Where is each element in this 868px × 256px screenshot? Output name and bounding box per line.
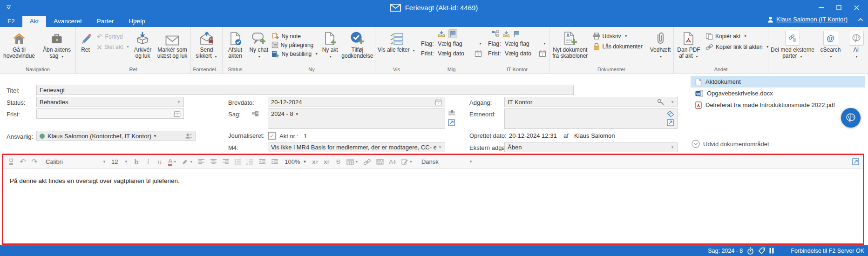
- finish-record-button[interactable]: Afslut akten: [223, 29, 248, 59]
- unit-org-icon[interactable]: [492, 30, 499, 37]
- ekstern-adgang-select[interactable]: Åben ▼: [504, 142, 678, 152]
- dropdown-arrow-icon[interactable]: ▼: [479, 41, 482, 46]
- people-icon[interactable]: [185, 133, 193, 139]
- decrease-indent-icon[interactable]: [258, 159, 266, 165]
- stopwatch-icon[interactable]: [747, 247, 754, 255]
- font-color-icon[interactable]: A▼: [168, 158, 176, 166]
- new-annotation-button[interactable]: Ny påtegning: [271, 41, 319, 48]
- journaliseret-checkbox[interactable]: ✓: [268, 132, 276, 140]
- calendar-icon[interactable]: 7: [435, 99, 442, 106]
- titel-field[interactable]: Ferievagt: [36, 85, 574, 95]
- editor-content[interactable]: På denne akt findes en oversigt over vag…: [3, 169, 863, 193]
- expand-editor-icon[interactable]: [852, 158, 859, 165]
- document-row-opgavebeskrivelse[interactable]: W Opgavebeskrivelse.docx: [691, 88, 865, 99]
- strikethrough-icon[interactable]: S: [335, 158, 341, 165]
- insert-table-icon[interactable]: ▼: [346, 159, 358, 165]
- ai-button[interactable]: AI▼: [845, 29, 868, 59]
- unit-deadline-select[interactable]: Vælg dato: [505, 50, 539, 57]
- tag-icon[interactable]: [758, 247, 765, 254]
- subscript-icon[interactable]: x2: [323, 158, 330, 165]
- calendar-icon[interactable]: 7: [475, 50, 482, 57]
- lock-documents-button[interactable]: Lås dokumenter: [593, 43, 645, 50]
- current-user-link[interactable]: Klaus Salomon (IT Kontor): [767, 16, 848, 23]
- expand-case-icon[interactable]: [448, 119, 455, 126]
- align-left-icon[interactable]: [198, 159, 205, 165]
- new-document-from-templates-button[interactable]: A Nyt dokument fra skabeloner: [549, 29, 591, 59]
- tags-icon[interactable]: [666, 110, 674, 118]
- text-style-icon[interactable]: A: [389, 158, 396, 165]
- open-records-case-button[interactable]: Åbn aktens sag ▼: [38, 29, 75, 59]
- archive-and-close-button[interactable]: Arkivér og luk: [131, 29, 154, 59]
- edit-mode-icon[interactable]: ▼: [401, 158, 413, 165]
- new-record-button[interactable]: Ny akt ▼: [320, 29, 340, 59]
- personal-flag-toggle-icon[interactable]: [448, 29, 457, 38]
- superscript-icon[interactable]: x2: [312, 158, 318, 165]
- mark-unread-and-close-button[interactable]: Markér som ulæst og luk: [154, 29, 190, 59]
- calendar-icon[interactable]: 7: [539, 50, 546, 57]
- dropdown-arrow-icon[interactable]: ▼: [543, 41, 546, 46]
- expand-emneord-icon[interactable]: [667, 119, 674, 126]
- tab-hjaelp[interactable]: Hjælp: [122, 16, 153, 27]
- edit-button[interactable]: Ret: [76, 29, 95, 53]
- document-row-delreferat[interactable]: Delreferat fra møde Introduktionsmøde 20…: [691, 99, 865, 111]
- send-secure-button[interactable]: Send sikkert ▼: [191, 29, 222, 59]
- frist-field[interactable]: 7: [36, 108, 184, 119]
- tab-parter[interactable]: Parter: [89, 16, 122, 27]
- statusbar-case[interactable]: Sag: 2024 - 8: [708, 248, 743, 254]
- new-request-button[interactable]: Ny bestilling ▼: [271, 50, 319, 58]
- highlight-icon[interactable]: ▼: [182, 158, 193, 165]
- copy-record-button[interactable]: Kopiér akt ▼: [705, 33, 766, 40]
- record-document-editor[interactable]: ↶ ↷ Calibri ▼ 12 ▼ b i u A▼ ▼ 12 100% ▼ …: [2, 154, 864, 245]
- font-size-select[interactable]: 12 ▼: [111, 158, 128, 165]
- go-to-main-window-button[interactable]: Gå til hovedvindue: [0, 29, 38, 59]
- expand-document-area-button[interactable]: Udvid dokumentområdet: [692, 140, 769, 148]
- new-note-button[interactable]: Ny note: [271, 33, 319, 40]
- copy-link-button[interactable]: Kopiér link til akten ▼: [705, 44, 766, 50]
- italic-icon[interactable]: i: [145, 158, 151, 166]
- personal-deadline-select[interactable]: Vælg dato: [438, 50, 475, 57]
- bold-icon[interactable]: b: [133, 158, 140, 166]
- sag-field[interactable]: 2024 - 8 ▼: [268, 108, 445, 129]
- insert-link-icon[interactable]: [363, 159, 371, 165]
- minimize-icon[interactable]: [812, 0, 830, 15]
- document-row-aktdokument[interactable]: Aktdokument: [691, 76, 865, 88]
- share-external-parties-button[interactable]: Del med eksterne parter ▼: [768, 29, 817, 59]
- case-tray-icon[interactable]: [448, 109, 456, 117]
- underline-icon[interactable]: u: [156, 158, 163, 166]
- unit-flag-toggle-icon[interactable]: [513, 30, 520, 37]
- unit-tray-icon[interactable]: [502, 30, 510, 37]
- m4-select[interactable]: Vis ikke i MR4 Basis for medlemmer, der …: [268, 142, 445, 152]
- undo-icon[interactable]: ↶: [20, 157, 26, 166]
- format-painter-icon[interactable]: [8, 158, 14, 166]
- case-browse-icon[interactable]: [251, 110, 259, 117]
- calendar-icon[interactable]: 7: [174, 110, 181, 117]
- ansvarlig-field[interactable]: Klaus Salomon (Kontorchef, IT Kontor) ▼: [36, 131, 196, 141]
- tab-akt[interactable]: Akt: [22, 16, 47, 27]
- csearch-button[interactable]: @ cSearch▼: [817, 29, 844, 59]
- ai-assistant-bubble-button[interactable]: [841, 108, 861, 128]
- numbered-list-icon[interactable]: 12: [246, 159, 253, 165]
- insert-image-icon[interactable]: [376, 159, 384, 165]
- collapse-ribbon-icon[interactable]: [858, 18, 863, 21]
- align-right-icon[interactable]: [222, 159, 229, 165]
- personal-tray-icon[interactable]: [438, 30, 445, 37]
- adgang-select[interactable]: IT Kontor ▼: [504, 97, 678, 107]
- personal-flag-select[interactable]: Vælg flag: [438, 40, 478, 47]
- language-select[interactable]: Dansk ▼: [421, 158, 473, 165]
- emneord-field[interactable]: [504, 108, 678, 129]
- align-center-icon[interactable]: [210, 159, 217, 165]
- add-approval-button[interactable]: Tilføj godkendelse: [340, 29, 375, 59]
- new-chat-button[interactable]: Ny chat ▼: [248, 29, 270, 59]
- pause-icon[interactable]: [769, 248, 774, 254]
- redo-icon[interactable]: ↷: [31, 157, 38, 166]
- print-button[interactable]: Udskriv ▼: [593, 33, 645, 40]
- close-icon[interactable]: [848, 0, 865, 15]
- create-pdf-button[interactable]: Dan PDF af akt ▼: [674, 29, 704, 59]
- maximize-icon[interactable]: [830, 0, 848, 15]
- attach-button[interactable]: Vedhæft▼: [647, 29, 673, 59]
- unit-flag-select[interactable]: Vælg flag: [505, 40, 542, 47]
- tab-f2[interactable]: F2: [0, 16, 22, 27]
- show-all-fields-button[interactable]: Vis alle felter ▼: [376, 29, 418, 53]
- increase-indent-icon[interactable]: [271, 159, 278, 165]
- brevdato-field[interactable]: 20-12-2024 7: [268, 97, 445, 107]
